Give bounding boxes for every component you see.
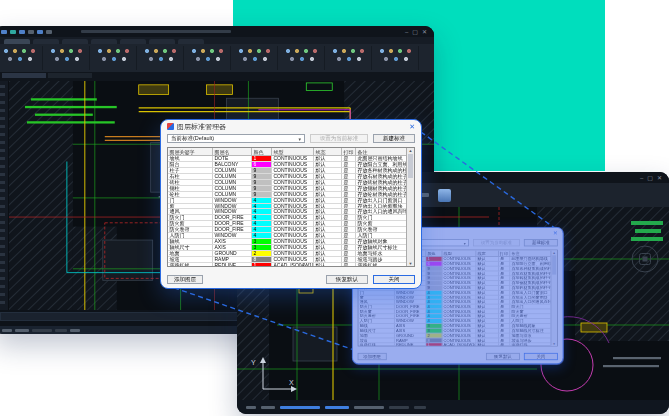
cell: 是 bbox=[499, 343, 510, 346]
close-window-button[interactable]: ✕ bbox=[657, 175, 662, 181]
document-tabs bbox=[0, 72, 434, 81]
set-current-standard-button[interactable]: 设置为当前标准 bbox=[310, 134, 368, 143]
statusbar-item[interactable] bbox=[55, 329, 67, 332]
left-titlebar: – ▢ ✕ bbox=[0, 26, 434, 37]
page: – ▢ ✕ bbox=[0, 0, 669, 416]
minimize-button[interactable]: – bbox=[640, 175, 643, 181]
qat-icon[interactable] bbox=[46, 30, 52, 34]
column-header[interactable]: 线型 bbox=[272, 148, 314, 156]
vertical-watermark-text bbox=[631, 221, 663, 241]
layer-manager-dialog-main: 图层标准管理器 ✕ 当前标准(Default) ▾ 设置为当前标准 新建标准 图… bbox=[160, 119, 422, 289]
scroll-up-icon[interactable]: ▲ bbox=[409, 148, 413, 153]
dialog-title: 图层标准管理器 bbox=[177, 122, 226, 132]
table-scrollbar[interactable]: ▲ ▼ bbox=[551, 250, 557, 345]
statusbar-item[interactable] bbox=[414, 406, 426, 409]
close-button[interactable]: 关闭 bbox=[373, 275, 415, 284]
ucs-x-label: X bbox=[289, 379, 294, 386]
cell: REDLINE bbox=[213, 263, 252, 267]
cell: 默认 bbox=[314, 263, 342, 267]
add-layer-button[interactable]: 添加图层 bbox=[358, 353, 387, 360]
restore-default-button[interactable]: 恢复默认 bbox=[486, 353, 520, 360]
ribbon-group[interactable] bbox=[47, 46, 90, 70]
app-icon bbox=[1, 30, 7, 34]
ribbon-group[interactable] bbox=[329, 46, 372, 70]
qat-icon[interactable] bbox=[19, 30, 25, 34]
maximize-button[interactable]: ▢ bbox=[647, 175, 653, 181]
ucs-y-label: Y bbox=[251, 359, 256, 366]
statusbar-item[interactable] bbox=[246, 406, 256, 409]
column-header[interactable]: 打印 bbox=[342, 148, 356, 156]
dialog-footer: 添加图层 恢复默认 关闭 bbox=[353, 353, 563, 363]
column-header[interactable]: 备注 bbox=[356, 148, 407, 156]
cell: 道路红线 bbox=[358, 343, 394, 346]
cell: ACAD_ISO04W100 bbox=[442, 343, 476, 346]
table-row[interactable]: 道路红线REDLINE1ACAD_ISO04W100默认是道路红线 bbox=[358, 343, 551, 346]
scrollbar-thumb[interactable] bbox=[552, 255, 556, 274]
column-header[interactable]: 线宽 bbox=[314, 148, 342, 156]
qat-icon[interactable] bbox=[28, 30, 34, 34]
add-layer-button[interactable]: 添加图层 bbox=[167, 275, 203, 284]
layer-table: 图层关键字图层名颜色线型线宽打印备注 墙线DOTE1CONTINUOUS默认是此… bbox=[167, 147, 415, 267]
close-window-button[interactable]: ✕ bbox=[422, 29, 427, 35]
statusbar-item[interactable] bbox=[15, 329, 29, 332]
maximize-button[interactable]: ▢ bbox=[412, 29, 418, 35]
column-header[interactable]: 图层关键字 bbox=[168, 148, 213, 156]
column-header[interactable]: 图层名 bbox=[213, 148, 252, 156]
close-icon[interactable]: ✕ bbox=[553, 230, 558, 236]
toolbar-icon[interactable] bbox=[438, 189, 451, 202]
ribbon-group[interactable] bbox=[282, 46, 325, 70]
statusbar-item[interactable] bbox=[2, 329, 12, 332]
scroll-down-icon[interactable]: ▼ bbox=[553, 342, 556, 346]
ribbon-group[interactable] bbox=[94, 46, 137, 70]
scroll-up-icon[interactable]: ▲ bbox=[553, 250, 556, 254]
layer-manager-icon bbox=[167, 123, 174, 130]
ribbon-group[interactable] bbox=[0, 46, 43, 70]
dialog-titlebar: 图层标准管理器 ✕ bbox=[161, 120, 421, 133]
new-standard-button[interactable]: 新建标准 bbox=[524, 239, 558, 246]
column-header[interactable]: 颜色 bbox=[252, 148, 272, 156]
ribbon-tabs bbox=[0, 37, 434, 44]
scrollbar-thumb[interactable] bbox=[408, 154, 413, 178]
cell: 道路红线 bbox=[168, 263, 213, 267]
table-scrollbar[interactable]: ▲ ▼ bbox=[406, 148, 414, 266]
ribbon-group[interactable] bbox=[376, 46, 419, 70]
window-title-text bbox=[81, 30, 231, 33]
color-swatch: 1 bbox=[252, 263, 272, 267]
right-statusbar bbox=[237, 400, 669, 414]
minimize-button[interactable]: – bbox=[405, 29, 408, 35]
dialog-footer: 添加图层 恢复默认 关闭 bbox=[161, 275, 421, 288]
ribbon-group[interactable] bbox=[141, 46, 184, 70]
statusbar-item[interactable] bbox=[32, 329, 52, 332]
chevron-down-icon: ▾ bbox=[298, 136, 301, 142]
document-tab[interactable] bbox=[48, 73, 92, 78]
set-current-standard-button[interactable]: 设置为当前标准 bbox=[473, 239, 520, 246]
cell: 道路红线 bbox=[510, 343, 551, 346]
cell: REDLINE bbox=[395, 343, 426, 346]
statusbar-item[interactable] bbox=[261, 406, 275, 409]
ribbon-group[interactable] bbox=[235, 46, 278, 70]
qat-icon[interactable] bbox=[37, 30, 43, 34]
statusbar-item[interactable] bbox=[70, 329, 80, 332]
qat-icon[interactable] bbox=[10, 30, 16, 34]
cell: 默认 bbox=[476, 343, 499, 346]
statusbar-item[interactable] bbox=[354, 406, 384, 409]
tool-palette[interactable] bbox=[0, 81, 9, 310]
document-tab[interactable] bbox=[2, 73, 46, 78]
new-standard-button[interactable]: 新建标准 bbox=[373, 134, 415, 143]
current-standard-dropdown[interactable]: 当前标准(Default) ▾ bbox=[167, 134, 305, 143]
close-button[interactable]: 关闭 bbox=[524, 353, 558, 360]
color-swatch: 1 bbox=[426, 343, 442, 346]
ribbon-toolbar bbox=[0, 44, 434, 72]
current-standard-value: 当前标准(Default) bbox=[171, 135, 214, 142]
close-icon[interactable]: ✕ bbox=[409, 123, 415, 130]
layer-table-body: 墙线DOTE1CONTINUOUS默认是此图层只画结构墙线阳台BALCONY6C… bbox=[168, 156, 407, 267]
statusbar-item[interactable] bbox=[389, 406, 409, 409]
cell: 道路红线 bbox=[356, 263, 407, 267]
command-hint-text bbox=[280, 406, 320, 409]
scroll-down-icon[interactable]: ▼ bbox=[409, 261, 413, 266]
restore-default-button[interactable]: 恢复默认 bbox=[326, 275, 368, 284]
table-row[interactable]: 道路红线REDLINE1ACAD_ISO04W100默认是道路红线 bbox=[168, 263, 407, 267]
layer-standard-manager-dialog: 图层标准管理器 ✕ 当前标准(Default) ▾ 设置为当前标准 新建标准 图… bbox=[160, 119, 422, 289]
ribbon-group[interactable] bbox=[188, 46, 231, 70]
dialog-controls: 当前标准(Default) ▾ 设置为当前标准 新建标准 bbox=[161, 133, 421, 144]
